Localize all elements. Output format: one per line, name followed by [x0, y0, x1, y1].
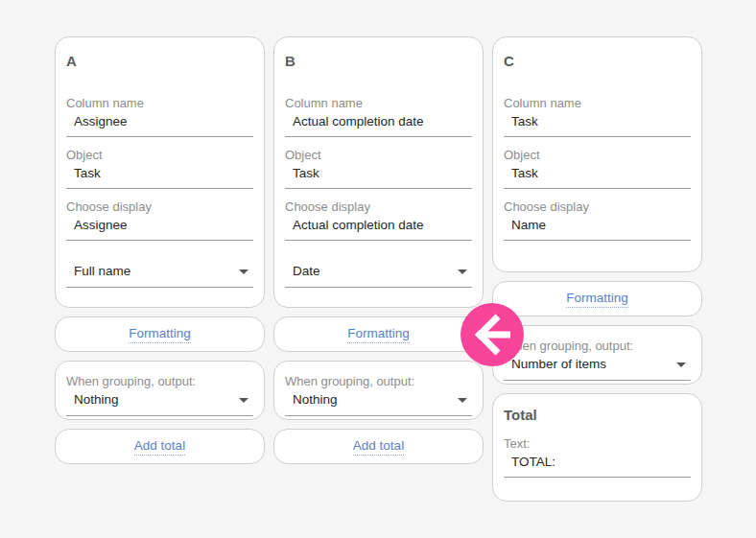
add-total-button-label: Add total: [134, 438, 185, 456]
left-arrow-icon: [470, 311, 514, 359]
column-name-input[interactable]: Task: [504, 114, 691, 137]
field-choose-display: Choose display Assignee: [66, 199, 253, 241]
object-input[interactable]: Task: [504, 166, 691, 189]
grouping-output-label: When grouping, output:: [504, 339, 691, 353]
field-object: Object Task: [285, 148, 472, 189]
grouping-output-label: When grouping, output:: [285, 374, 472, 388]
chevron-down-icon: [458, 398, 467, 403]
column-config-b: B Column name Actual completion date Obj…: [273, 36, 484, 502]
display-format-value: Full name: [74, 264, 130, 279]
formatting-button[interactable]: Formatting: [55, 316, 265, 352]
total-header: Total: [504, 407, 691, 423]
chevron-down-icon: [458, 269, 467, 274]
display-format-select[interactable]: Date: [285, 264, 472, 288]
choose-display-input[interactable]: Name: [504, 218, 691, 241]
object-input[interactable]: Task: [66, 166, 253, 189]
column-name-label: Column name: [504, 96, 691, 110]
object-label: Object: [504, 148, 691, 162]
add-total-button[interactable]: Add total: [273, 429, 484, 464]
chevron-down-icon: [239, 269, 248, 274]
display-format-value: Date: [293, 264, 320, 279]
field-choose-display: Choose display Name: [504, 199, 691, 241]
column-letter-a: A: [66, 53, 253, 69]
choose-display-input[interactable]: Assignee: [66, 218, 253, 241]
column-settings-panel: A Column name Assignee Object Task Choos…: [0, 0, 756, 538]
grouping-output-select[interactable]: Number of items: [504, 357, 691, 381]
object-input[interactable]: Task: [285, 166, 472, 189]
total-text-input[interactable]: TOTAL:: [504, 455, 691, 478]
column-card-a: A Column name Assignee Object Task Choos…: [55, 36, 265, 308]
choose-display-label: Choose display: [66, 199, 253, 214]
object-label: Object: [66, 148, 253, 162]
field-object: Object Task: [66, 148, 253, 189]
add-total-button-label: Add total: [353, 438, 404, 456]
chevron-down-icon: [676, 363, 686, 367]
grouping-output-label: When grouping, output:: [66, 374, 253, 388]
display-format-select[interactable]: Full name: [66, 264, 253, 288]
grouping-output-card: When grouping, output: Nothing: [55, 361, 265, 420]
column-card-b: B Column name Actual completion date Obj…: [273, 36, 484, 308]
column-config-a: A Column name Assignee Object Task Choos…: [55, 36, 265, 502]
formatting-button-label: Formatting: [129, 326, 191, 343]
grouping-output-value: Nothing: [74, 392, 119, 408]
grouping-output-card: When grouping, output: Nothing: [273, 361, 484, 420]
choose-display-label: Choose display: [285, 199, 472, 214]
column-config-c: C Column name Task Object Task Choose di…: [492, 36, 702, 502]
formatting-button-label: Formatting: [566, 291, 628, 308]
column-name-label: Column name: [285, 96, 472, 110]
grouping-output-select[interactable]: Nothing: [66, 392, 253, 416]
column-name-input[interactable]: Assignee: [66, 114, 253, 137]
grouping-output-value: Number of items: [511, 357, 606, 372]
column-card-c: C Column name Task Object Task Choose di…: [492, 36, 702, 272]
column-letter-b: B: [285, 53, 472, 69]
total-card: Total Text: TOTAL:: [492, 393, 702, 502]
field-object: Object Task: [504, 148, 691, 189]
cursor-highlight-badge: [461, 303, 524, 366]
column-letter-c: C: [504, 53, 691, 69]
choose-display-label: Choose display: [504, 199, 691, 214]
field-column-name: Column name Task: [504, 96, 691, 137]
column-name-label: Column name: [66, 96, 253, 110]
object-label: Object: [285, 148, 472, 162]
choose-display-input[interactable]: Actual completion date: [285, 218, 472, 241]
columns-container: A Column name Assignee Object Task Choos…: [55, 36, 702, 502]
formatting-button-label: Formatting: [347, 326, 410, 343]
field-column-name: Column name Assignee: [66, 96, 253, 137]
add-total-button[interactable]: Add total: [55, 429, 265, 464]
field-column-name: Column name Actual completion date: [285, 96, 472, 137]
column-name-input[interactable]: Actual completion date: [285, 114, 472, 137]
grouping-output-value: Nothing: [293, 392, 338, 408]
chevron-down-icon: [239, 398, 248, 403]
grouping-output-select[interactable]: Nothing: [285, 392, 472, 416]
field-choose-display: Choose display Actual completion date: [285, 199, 472, 241]
formatting-button[interactable]: Formatting: [492, 281, 702, 316]
formatting-button[interactable]: Formatting: [273, 316, 484, 352]
total-text-label: Text:: [504, 436, 691, 451]
